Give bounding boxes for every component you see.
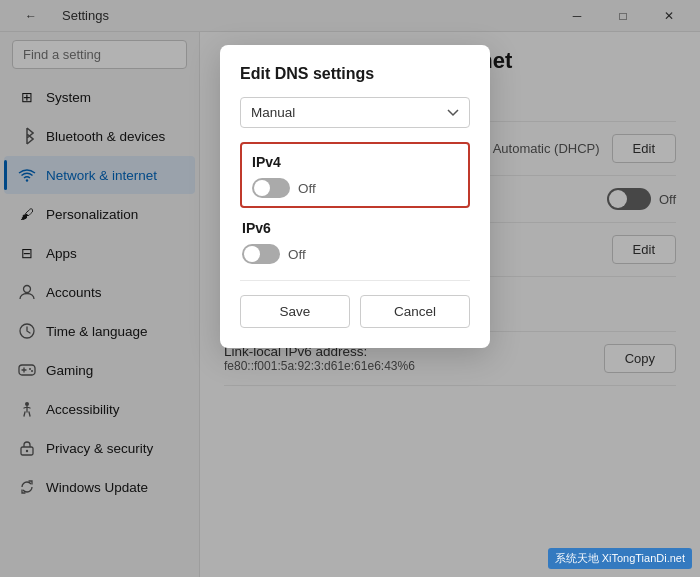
watermark: 系统天地 XiTongTianDi.net (548, 548, 692, 569)
ipv4-toggle[interactable] (252, 178, 290, 198)
ipv4-label: IPv4 (252, 154, 458, 170)
app-container: ⊞ System Bluetooth & devices (0, 32, 700, 577)
ipv4-toggle-row: Off (252, 178, 458, 198)
dns-mode-select[interactable]: Automatic (DHCP) Manual (240, 97, 470, 128)
ipv4-section: IPv4 Off (240, 142, 470, 208)
dialog-title: Edit DNS settings (240, 65, 470, 83)
ipv6-toggle[interactable] (242, 244, 280, 264)
ipv6-section: IPv6 Off (240, 220, 470, 264)
ipv6-label: IPv6 (242, 220, 468, 236)
save-button[interactable]: Save (240, 295, 350, 328)
cancel-button[interactable]: Cancel (360, 295, 470, 328)
ipv4-toggle-label: Off (298, 181, 316, 196)
ipv6-toggle-label: Off (288, 247, 306, 262)
ipv6-toggle-row: Off (242, 244, 468, 264)
dialog-footer: Save Cancel (240, 280, 470, 328)
edit-dns-dialog: Edit DNS settings Automatic (DHCP) Manua… (220, 45, 490, 348)
